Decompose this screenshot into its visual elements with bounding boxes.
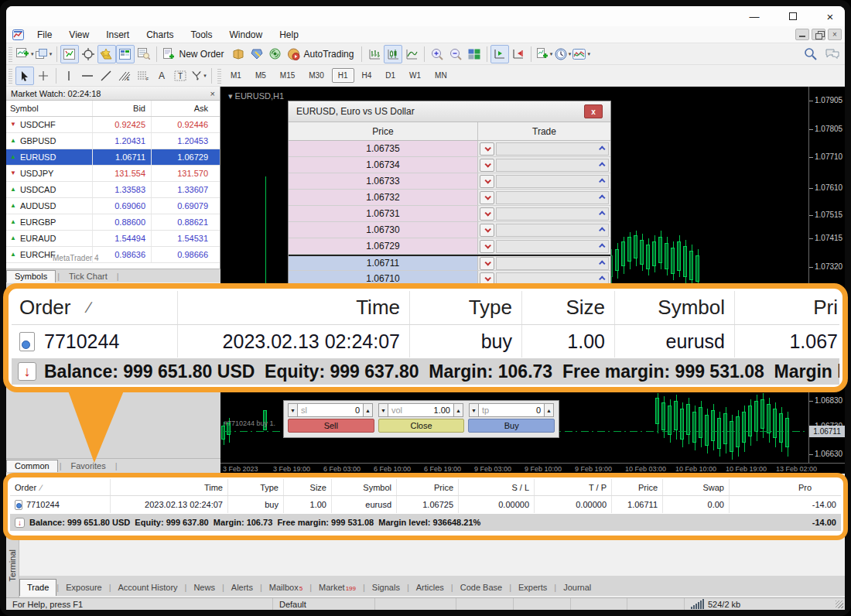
- header-price[interactable]: Price: [397, 479, 459, 495]
- fibonacci-tool-button[interactable]: F: [134, 67, 152, 85]
- trendline-tool-button[interactable]: [97, 67, 115, 85]
- chat-icon[interactable]: [825, 48, 840, 60]
- terminal-tab-alerts[interactable]: Alerts: [224, 580, 260, 596]
- market-watch-row[interactable]: ▲EURGBP0.886000.88621: [6, 214, 220, 231]
- menu-view[interactable]: View: [60, 28, 97, 42]
- tp-input[interactable]: tp0: [479, 403, 544, 417]
- terminal-tab-trade[interactable]: Trade: [19, 579, 56, 596]
- mdi-close-button[interactable]: ×: [828, 29, 842, 40]
- header-symbol[interactable]: Symbol: [615, 291, 735, 324]
- header-swap[interactable]: Swap: [663, 479, 730, 495]
- menu-file[interactable]: File: [29, 28, 60, 42]
- text-label-tool-button[interactable]: T: [171, 67, 190, 85]
- market-watch-close-icon[interactable]: ×: [210, 89, 215, 98]
- header-type[interactable]: Type: [228, 479, 284, 495]
- timeframe-mn[interactable]: MN: [429, 68, 453, 83]
- terminal-tab-journal[interactable]: Journal: [556, 580, 598, 596]
- terminal-tab-account-history[interactable]: Account History: [111, 580, 185, 596]
- market-watch-row[interactable]: ▼USDCHF0.924250.92446: [6, 117, 220, 133]
- auto-scroll-button[interactable]: [490, 45, 509, 63]
- column-header-bid[interactable]: Bid: [93, 101, 152, 116]
- order-dialog-close-button[interactable]: x: [584, 104, 603, 118]
- market-watch-toggle-button[interactable]: [116, 45, 135, 63]
- connection-status[interactable]: 524/2 kb: [685, 600, 845, 609]
- toolbar-grip[interactable]: [9, 46, 12, 62]
- buy-tick-button[interactable]: [496, 240, 609, 253]
- timeframe-m5[interactable]: M5: [249, 68, 272, 83]
- terminal-side-tab[interactable]: Terminal: [6, 532, 19, 599]
- timeframe-m30[interactable]: M30: [302, 68, 330, 83]
- sell-tick-button[interactable]: [480, 191, 494, 204]
- column-header-ask[interactable]: Ask: [152, 101, 214, 116]
- toolbar-grip[interactable]: [217, 68, 221, 84]
- terminal-tab-exposure[interactable]: Exposure: [59, 580, 108, 596]
- metaeditor-button[interactable]: [248, 45, 266, 63]
- vol-input[interactable]: vol1.00: [388, 403, 453, 417]
- header-size[interactable]: Size: [284, 479, 332, 495]
- market-watch-row[interactable]: ▲EURAUD1.544941.54531: [6, 231, 220, 247]
- order-dialog-titlebar[interactable]: EURUSD, Euro vs US Dollar x: [289, 101, 610, 122]
- market-watch-row[interactable]: ▲EURUSD1.067111.06729: [6, 149, 220, 166]
- terminal-tab-news[interactable]: News: [186, 580, 222, 596]
- tab-common[interactable]: Common: [6, 460, 58, 472]
- autotrading-label[interactable]: AutoTrading: [304, 49, 354, 60]
- buy-tick-button[interactable]: [496, 207, 609, 221]
- header-profit[interactable]: Pro: [730, 479, 841, 495]
- menu-charts[interactable]: Charts: [138, 28, 182, 42]
- horizontal-line-tool-button[interactable]: [78, 67, 97, 85]
- new-order-label[interactable]: New Order: [179, 49, 224, 60]
- header-order[interactable]: Order∕: [10, 479, 111, 495]
- tab-symbols[interactable]: Symbols: [6, 270, 56, 282]
- mdi-minimize-button[interactable]: [795, 29, 809, 40]
- data-window-button[interactable]: [135, 45, 153, 63]
- menu-insert[interactable]: Insert: [97, 28, 138, 42]
- candlestick-chart-button[interactable]: [384, 45, 402, 63]
- dropdown-icon[interactable]: ▼: [378, 403, 388, 417]
- tab-tick-chart[interactable]: Tick Chart: [61, 271, 115, 282]
- crosshair-tool-button[interactable]: [34, 67, 53, 85]
- charts-grid-button[interactable]: [60, 45, 79, 63]
- line-chart-button[interactable]: [402, 45, 421, 63]
- terminal-tab-code-base[interactable]: Code Base: [453, 580, 509, 596]
- timeframe-w1[interactable]: W1: [403, 68, 427, 83]
- periods-button[interactable]: ▾: [553, 45, 572, 63]
- header-symbol[interactable]: Symbol: [332, 479, 397, 495]
- sell-tick-button[interactable]: [480, 207, 494, 221]
- buy-tick-button[interactable]: [496, 175, 609, 188]
- indicators-button[interactable]: ▾: [535, 45, 553, 63]
- text-tool-button[interactable]: A: [152, 67, 171, 85]
- sell-tick-button[interactable]: [480, 175, 494, 188]
- spin-up-icon[interactable]: ▲: [544, 403, 554, 417]
- terminal-order-row[interactable]: 7710244 2023.02.13 02:24:07 buy 1.00 eur…: [10, 496, 841, 513]
- spin-up-icon[interactable]: ▲: [363, 403, 373, 417]
- buy-tick-button[interactable]: [496, 142, 609, 156]
- header-sl[interactable]: S / L: [459, 479, 535, 495]
- arrows-tool-button[interactable]: ▾: [190, 67, 208, 85]
- close-button[interactable]: ×: [817, 9, 843, 24]
- tab-favorites[interactable]: Favorites: [63, 460, 113, 472]
- dropdown-icon[interactable]: ▼: [469, 403, 479, 417]
- market-watch-row[interactable]: ▲GBPUSD1.204311.20453: [6, 133, 220, 149]
- search-icon[interactable]: [804, 47, 817, 60]
- toolbar-grip[interactable]: [9, 68, 12, 84]
- timeframe-h1[interactable]: H1: [332, 68, 354, 83]
- templates-button[interactable]: ▾: [572, 45, 591, 63]
- menu-window[interactable]: Window: [221, 28, 272, 42]
- timeframe-h4[interactable]: H4: [356, 68, 378, 83]
- header-type[interactable]: Type: [410, 291, 522, 324]
- zoom-in-button[interactable]: [428, 45, 446, 63]
- market-watch-row[interactable]: ▲EURCHF0.986360.98666: [6, 247, 220, 263]
- buy-tick-button[interactable]: [496, 257, 609, 270]
- header-price[interactable]: Pri: [735, 291, 839, 324]
- sell-tick-button[interactable]: [480, 240, 494, 253]
- header-time[interactable]: Time: [178, 291, 410, 324]
- market-watch-row[interactable]: ▲USDCAD1.335831.33607: [6, 182, 220, 198]
- cursor-tool-button[interactable]: [15, 67, 34, 85]
- header-order[interactable]: Order∕: [12, 291, 178, 324]
- market-watch-row[interactable]: ▼USDJPY131.554131.570: [6, 166, 220, 182]
- header-price-current[interactable]: Price: [612, 479, 663, 495]
- profiles-button[interactable]: ▾: [35, 45, 53, 63]
- menu-help[interactable]: Help: [271, 28, 307, 42]
- terminal-tab-market[interactable]: Market199: [312, 580, 363, 596]
- crosshair-button[interactable]: [79, 45, 97, 63]
